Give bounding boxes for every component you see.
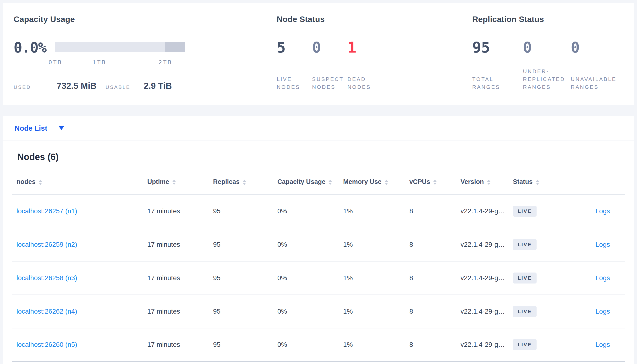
live-nodes-metric: 5 LIVE NODES xyxy=(277,40,312,91)
version-cell: v22.1.4-29-g… xyxy=(461,341,513,348)
column-header-capacity-usage[interactable]: Capacity Usage xyxy=(277,178,343,187)
capacity-bar xyxy=(55,42,185,52)
live-nodes-count: 5 xyxy=(277,40,312,55)
axis-tick-label: 2 TiB xyxy=(159,59,171,66)
logs-link[interactable]: Logs xyxy=(595,274,610,282)
capacity-usage-cell: 0% xyxy=(277,207,343,215)
sort-arrows-icon[interactable] xyxy=(39,180,42,185)
sort-arrows-icon[interactable] xyxy=(243,180,246,185)
version-cell: v22.1.4-29-g… xyxy=(461,308,513,315)
live-nodes-label: LIVE NODES xyxy=(277,75,312,91)
sort-arrows-icon[interactable] xyxy=(172,180,176,185)
node-address-link[interactable]: localhost:26258 (n3) xyxy=(17,274,77,282)
sort-arrows-icon[interactable] xyxy=(329,180,332,185)
total-ranges-label: TOTAL RANGES xyxy=(472,75,523,91)
under-replicated-ranges-metric: 0 UNDER-REPLICATED RANGES xyxy=(523,40,571,91)
total-ranges-count: 95 xyxy=(472,40,523,55)
unavailable-ranges-label: UNAVAILABLE RANGES xyxy=(571,75,623,91)
node-status-section: Node Status 5 LIVE NODES 0 SUSPECT NODES… xyxy=(277,14,472,91)
uptime-cell: 17 minutes xyxy=(147,274,213,282)
status-badge: LIVE xyxy=(513,206,537,217)
capacity-used-percent: 0.0% xyxy=(14,40,50,73)
uptime-cell: 17 minutes xyxy=(147,241,213,248)
column-header-memory-use[interactable]: Memory Use xyxy=(343,178,409,187)
table-header-row: nodes Uptime Replicas Capacity Usage Mem… xyxy=(12,171,625,195)
view-selector-label[interactable]: Node List xyxy=(15,124,47,132)
vcpus-cell: 8 xyxy=(409,241,461,248)
table-row: localhost:26262 (n4) 17 minutes 95 0% 1%… xyxy=(12,295,625,328)
logs-link[interactable]: Logs xyxy=(595,207,610,215)
capacity-bar-used-segment xyxy=(165,42,185,52)
capacity-usage-cell: 0% xyxy=(277,241,343,248)
replicas-cell: 95 xyxy=(213,241,277,248)
status-badge: LIVE xyxy=(513,339,537,350)
under-replicated-ranges-count: 0 xyxy=(523,40,571,55)
dead-nodes-count: 1 xyxy=(348,40,383,55)
column-header-uptime[interactable]: Uptime xyxy=(147,178,213,187)
suspect-nodes-count: 0 xyxy=(312,40,348,55)
logs-link[interactable]: Logs xyxy=(595,341,610,348)
column-header-status[interactable]: Status xyxy=(513,178,564,187)
table-body: localhost:26257 (n1) 17 minutes 95 0% 1%… xyxy=(12,195,625,362)
cluster-summary-card: Capacity Usage 0.0% 0 TiB 1 TiB 2 TiB US… xyxy=(3,3,634,105)
capacity-usage-cell: 0% xyxy=(277,341,343,348)
column-header-version[interactable]: Version xyxy=(461,178,513,187)
dead-nodes-metric: 1 DEAD NODES xyxy=(348,40,383,91)
memory-use-cell: 1% xyxy=(343,241,409,248)
used-value: 732.5 MiB xyxy=(57,81,96,91)
under-replicated-ranges-label: UNDER-REPLICATED RANGES xyxy=(523,67,571,91)
vcpus-cell: 8 xyxy=(409,207,461,215)
table-row: localhost:26258 (n3) 17 minutes 95 0% 1%… xyxy=(12,262,625,295)
vcpus-cell: 8 xyxy=(409,274,461,282)
dead-nodes-label: DEAD NODES xyxy=(348,75,383,91)
axis-tick xyxy=(55,54,55,58)
logs-link[interactable]: Logs xyxy=(595,241,610,248)
view-selector[interactable]: Node List xyxy=(3,116,634,140)
axis-tick xyxy=(143,54,143,58)
table-row: localhost:26257 (n1) 17 minutes 95 0% 1%… xyxy=(12,195,625,228)
used-label: USED xyxy=(14,84,31,90)
uptime-cell: 17 minutes xyxy=(147,341,213,348)
vcpus-cell: 8 xyxy=(409,341,461,348)
nodes-heading: Nodes (6) xyxy=(17,152,634,162)
caret-down-icon xyxy=(59,126,64,130)
axis-tick xyxy=(121,54,121,58)
column-header-vcpus[interactable]: vCPUs xyxy=(409,178,461,187)
column-header-nodes[interactable]: nodes xyxy=(17,178,147,187)
status-badge: LIVE xyxy=(513,272,537,284)
capacity-usage-bar-chart: 0 TiB 1 TiB 2 TiB xyxy=(55,42,185,73)
version-cell: v22.1.4-29-g… xyxy=(461,207,513,215)
usable-label: USABLE xyxy=(105,84,130,90)
sort-arrows-icon[interactable] xyxy=(385,180,388,185)
replicas-cell: 95 xyxy=(213,274,277,282)
unavailable-ranges-metric: 0 UNAVAILABLE RANGES xyxy=(571,40,623,91)
node-address-link[interactable]: localhost:26259 (n2) xyxy=(17,241,77,248)
axis-tick xyxy=(99,54,99,58)
vcpus-cell: 8 xyxy=(409,308,461,315)
nodes-table: nodes Uptime Replicas Capacity Usage Mem… xyxy=(12,171,625,362)
replicas-cell: 95 xyxy=(213,308,277,315)
suspect-nodes-label: SUSPECT NODES xyxy=(312,75,348,91)
total-ranges-metric: 95 TOTAL RANGES xyxy=(472,40,523,91)
logs-link[interactable]: Logs xyxy=(595,308,610,315)
sort-arrows-icon[interactable] xyxy=(536,180,539,185)
node-status-title: Node Status xyxy=(277,14,472,24)
memory-use-cell: 1% xyxy=(343,274,409,282)
sort-arrows-icon[interactable] xyxy=(433,180,437,185)
capacity-usage-title: Capacity Usage xyxy=(14,14,277,24)
sort-arrows-icon[interactable] xyxy=(487,180,490,185)
node-address-link[interactable]: localhost:26257 (n1) xyxy=(17,207,77,215)
memory-use-cell: 1% xyxy=(343,341,409,348)
node-list-card: Node List Nodes (6) nodes Uptime Replica… xyxy=(3,116,634,364)
memory-use-cell: 1% xyxy=(343,308,409,315)
status-badge: LIVE xyxy=(513,306,537,317)
column-header-replicas[interactable]: Replicas xyxy=(213,178,277,187)
usable-value: 2.9 TiB xyxy=(144,81,172,91)
version-cell: v22.1.4-29-g… xyxy=(461,241,513,248)
status-badge: LIVE xyxy=(513,239,537,250)
node-address-link[interactable]: localhost:26260 (n5) xyxy=(17,341,77,348)
memory-use-cell: 1% xyxy=(343,207,409,215)
node-address-link[interactable]: localhost:26262 (n4) xyxy=(17,308,77,315)
version-cell: v22.1.4-29-g… xyxy=(461,274,513,282)
uptime-cell: 17 minutes xyxy=(147,308,213,315)
